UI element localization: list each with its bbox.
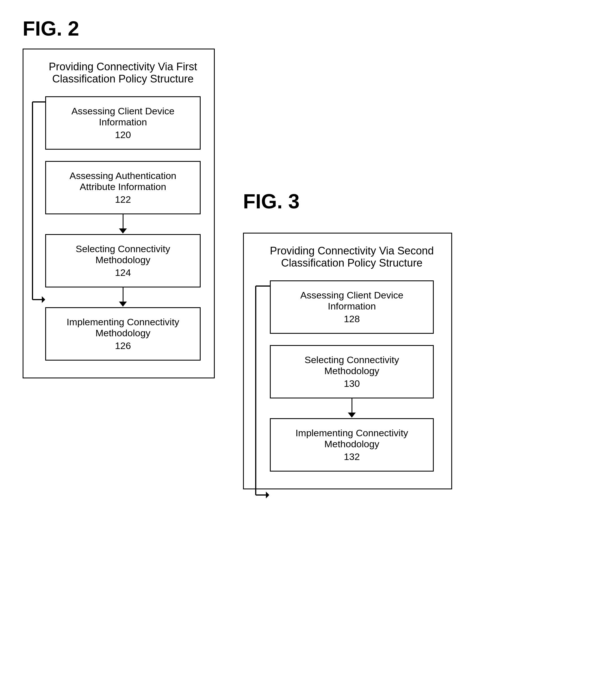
fig2-label: FIG. 2: [22, 17, 570, 40]
svg-marker-7: [266, 492, 269, 498]
step-132: Implementing Connectivity Methodology 13…: [270, 418, 434, 472]
fig3-loop-arrow: [253, 280, 270, 501]
fig2-outer-box: Providing Connectivity Via First Classif…: [22, 49, 215, 378]
fig3-outer-box: Providing Connectivity Via Second Classi…: [243, 233, 452, 489]
svg-marker-3: [42, 296, 45, 303]
arrow-130-132: [348, 398, 356, 418]
fig3-steps: Assessing Client Device Information 128 …: [270, 280, 434, 472]
step-124: Selecting Connectivity Methodology 124: [45, 234, 201, 287]
step-126: Implementing Connectivity Methodology 12…: [45, 307, 201, 361]
step-128: Assessing Client Device Information 128: [270, 280, 434, 334]
step-122: Assessing Authentication Attribute Infor…: [45, 161, 201, 214]
step-120: Assessing Client Device Information 120: [45, 96, 201, 150]
fig2-outer-title: Providing Connectivity Via First Classif…: [46, 61, 200, 85]
fig3-outer-title: Providing Connectivity Via Second Classi…: [266, 245, 437, 269]
arrow-122-124: [119, 214, 127, 234]
fig3-spacer: [243, 221, 452, 233]
fig2-loop-arrow: [30, 96, 45, 305]
fig3-label: FIG. 3: [243, 190, 452, 213]
fig2-steps: Assessing Client Device Information 120 …: [45, 96, 201, 361]
arrow-124-126: [119, 287, 127, 307]
step-130: Selecting Connectivity Methodology 130: [270, 345, 434, 398]
